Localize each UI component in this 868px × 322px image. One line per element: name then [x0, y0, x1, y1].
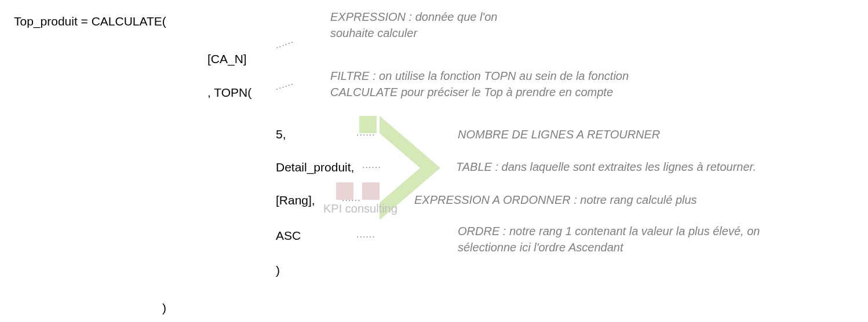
annotation-order: ORDRE : notre rang 1 contenant la valeur…: [458, 223, 760, 255]
annotation-table: TABLE : dans laquelle sont extraites les…: [456, 159, 756, 175]
connector-dots: ······: [356, 130, 375, 140]
annotation-line: sélectionne ici l'ordre Ascendant: [458, 241, 623, 254]
connector-dots: ······: [362, 162, 381, 173]
code-topn-n: 5,: [276, 127, 286, 141]
code-calculate-close: ): [162, 301, 166, 315]
annotation-nlines: NOMBRE DE LIGNES A RETOURNER: [458, 126, 660, 142]
annotation-line: CALCULATE pour préciser le Top à prendre…: [330, 86, 613, 98]
annotation-line: souhaite calculer: [330, 27, 417, 39]
annotation-line: FILTRE : on utilise la fonction TOPN au …: [330, 69, 629, 82]
connector-dots: ······: [274, 36, 296, 53]
connector-dots: ······: [274, 78, 296, 94]
code-measure-def: Top_produit = CALCULATE(: [14, 14, 166, 28]
svg-rect-2: [362, 182, 380, 200]
code-topn-orderby: [Rang],: [276, 193, 315, 207]
annotation-orderby: EXPRESSION A ORDONNER : notre rang calcu…: [414, 192, 697, 208]
code-arg-expression: [CA_N]: [207, 52, 247, 66]
connector-dots: ······: [356, 232, 375, 242]
annotation-expression: EXPRESSION : donnée que l'on souhaite ca…: [330, 9, 497, 41]
code-topn-close: ): [276, 264, 280, 277]
annotation-line: ORDRE : notre rang 1 contenant la valeur…: [458, 225, 760, 237]
code-topn-order: ASC: [276, 229, 301, 243]
annotation-filter: FILTRE : on utilise la fonction TOPN au …: [330, 68, 629, 100]
code-arg-topn: , TOPN(: [207, 86, 251, 100]
annotation-line: EXPRESSION : donnée que l'on: [330, 10, 497, 23]
connector-dots: ······: [342, 195, 361, 206]
code-topn-table: Detail_produit,: [276, 160, 354, 174]
